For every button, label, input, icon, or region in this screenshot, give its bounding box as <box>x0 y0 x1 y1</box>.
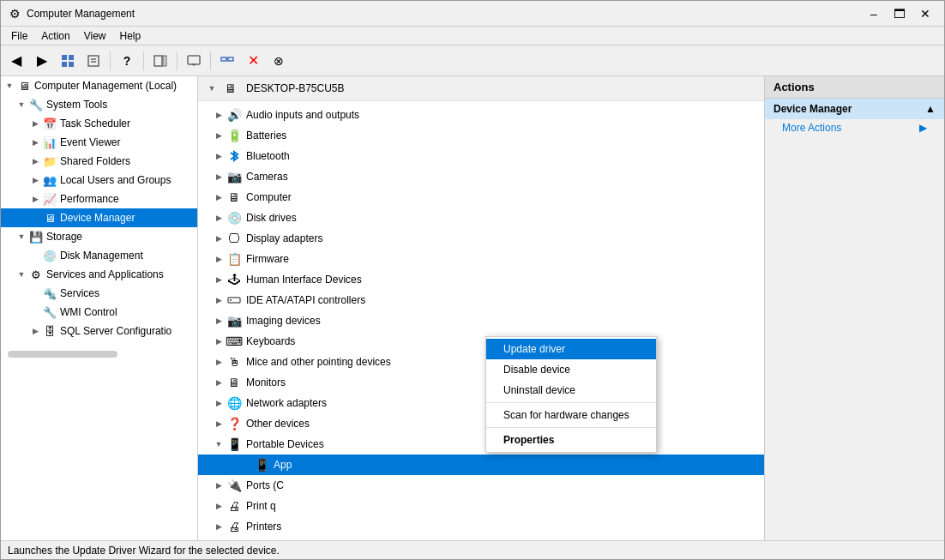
device-manager-label: Device Manager <box>60 212 135 224</box>
status-bar: Launches the Update Driver Wizard for th… <box>1 540 944 559</box>
back-button[interactable]: ◀ <box>4 49 28 73</box>
sql-icon: 🗄 <box>42 323 57 339</box>
device-processors[interactable]: ▶ 🔲 Proces <box>198 537 764 540</box>
action-group-arrow: ▲ <box>925 103 936 115</box>
services-label: Services <box>60 287 99 299</box>
device-mice[interactable]: ▶ 🖱 Mice and other pointing devices <box>198 352 764 372</box>
tree-system-tools[interactable]: ▼ 🔧 System Tools <box>1 95 197 114</box>
device-monitors[interactable]: ▶ 🖥 Monitors <box>198 372 764 393</box>
toolbar-sep-2 <box>143 51 144 70</box>
tree-services[interactable]: 🔩 Services <box>1 284 197 303</box>
sql-expander: ▶ <box>28 324 42 338</box>
local-users-label: Local Users and Groups <box>60 174 171 186</box>
ctx-update-driver[interactable]: Update driver <box>486 339 656 359</box>
middle-panel: ▼ 🖥 DESKTOP-B75CU5B ▶ 🔊 Audio inputs and… <box>198 76 764 540</box>
properties-button[interactable] <box>81 49 105 73</box>
tree-disk-management[interactable]: 💿 Disk Management <box>1 246 197 265</box>
event-viewer-icon: 📊 <box>42 135 57 150</box>
tree-task-scheduler[interactable]: ▶ 📅 Task Scheduler <box>1 114 197 133</box>
performance-label: Performance <box>60 193 119 205</box>
device-audio[interactable]: ▶ 🔊 Audio inputs and outputs <box>198 105 764 125</box>
action-group-device-manager[interactable]: Device Manager ▲ <box>765 99 944 119</box>
middle-header: ▼ 🖥 DESKTOP-B75CU5B <box>198 76 764 101</box>
device-app[interactable]: 📱 App <box>198 455 764 475</box>
root-expander: ▼ <box>3 79 16 93</box>
device-disk[interactable]: ▶ 💿 Disk drives <box>198 208 764 228</box>
menu-file[interactable]: File <box>4 27 34 45</box>
header-expander: ▼ <box>205 81 219 95</box>
device-firmware[interactable]: ▶ 📋 Firmware <box>198 249 764 269</box>
up-button[interactable] <box>56 49 80 73</box>
tree-wmi[interactable]: 🔧 WMI Control <box>1 303 197 322</box>
menu-view[interactable]: View <box>77 27 113 45</box>
toolbar-sep-4 <box>210 51 211 70</box>
ctx-scan-hardware[interactable]: Scan for hardware changes <box>486 405 656 425</box>
tree-root[interactable]: ▼ 🖥 Computer Management (Local) <box>1 76 197 95</box>
menu-action[interactable]: Action <box>34 27 76 45</box>
tree-device-manager[interactable]: 🖥 Device Manager <box>1 208 197 227</box>
tree-event-viewer[interactable]: ▶ 📊 Event Viewer <box>1 133 197 152</box>
event-viewer-label: Event Viewer <box>60 136 120 148</box>
close-button[interactable]: ✕ <box>913 4 937 23</box>
device-list: ▶ 🔊 Audio inputs and outputs ▶ 🔋 Batteri… <box>198 101 764 540</box>
cancel-button[interactable]: ⊗ <box>267 49 291 73</box>
services-icon: 🔩 <box>42 286 57 301</box>
device-ide[interactable]: ▶ IDE ATA/ATAPI controllers <box>198 290 764 310</box>
device-computer[interactable]: ▶ 🖥 Computer <box>198 187 764 208</box>
tree-local-users[interactable]: ▶ 👥 Local Users and Groups <box>1 171 197 190</box>
wmi-label: WMI Control <box>60 306 117 318</box>
device-manager-expander <box>28 211 42 225</box>
system-tools-label: System Tools <box>46 99 107 111</box>
device-hid[interactable]: ▶ 🕹 Human Interface Devices <box>198 269 764 290</box>
services-expander <box>28 286 42 300</box>
device-portable[interactable]: ▼ 📱 Portable Devices <box>198 434 764 455</box>
status-text: Launches the Update Driver Wizard for th… <box>8 545 280 557</box>
tree-shared-folders[interactable]: ▶ 📁 Shared Folders <box>1 152 197 171</box>
help-toolbar-button[interactable]: ? <box>115 49 139 73</box>
device-display[interactable]: ▶ 🖵 Display adapters <box>198 228 764 249</box>
device-network[interactable]: ▶ 🌐 Network adapters <box>198 393 764 413</box>
device-cameras[interactable]: ▶ 📷 Cameras <box>198 166 764 187</box>
shared-folders-label: Shared Folders <box>60 155 130 167</box>
tree-services-apps[interactable]: ▼ ⚙ Services and Applications <box>1 265 197 284</box>
network-button[interactable] <box>215 49 239 73</box>
device-batteries[interactable]: ▶ 🔋 Batteries <box>198 125 764 146</box>
device-imaging[interactable]: ▶ 📷 Imaging devices <box>198 310 764 331</box>
monitor-button[interactable] <box>182 49 206 73</box>
device-other[interactable]: ▶ ❓ Other devices <box>198 413 764 434</box>
device-manager-icon: 🖥 <box>42 210 57 226</box>
disk-mgmt-expander <box>28 249 42 262</box>
minimize-button[interactable]: – <box>862 4 886 23</box>
device-printq[interactable]: ▶ 🖨 Print q <box>198 496 764 516</box>
forward-button[interactable]: ▶ <box>30 49 54 73</box>
device-ports[interactable]: ▶ 🔌 Ports (C <box>198 475 764 496</box>
menu-help[interactable]: Help <box>113 27 148 45</box>
delete-button[interactable]: ✕ <box>241 49 265 73</box>
tree-storage[interactable]: ▼ 💾 Storage <box>1 227 197 246</box>
action-more-actions[interactable]: More Actions ▶ <box>765 119 944 136</box>
more-actions-label: More Actions <box>782 122 841 134</box>
left-panel: ▼ 🖥 Computer Management (Local) ▼ 🔧 Syst… <box>1 76 198 540</box>
action-group-label: Device Manager <box>773 103 852 115</box>
toolbar-sep-1 <box>110 51 111 70</box>
device-keyboards[interactable]: ▶ ⌨ Keyboards <box>198 331 764 352</box>
restore-button[interactable]: 🗖 <box>888 4 912 23</box>
device-printers[interactable]: ▶ 🖨 Printers <box>198 516 764 537</box>
storage-icon: 💾 <box>28 229 44 244</box>
svg-rect-12 <box>221 57 226 61</box>
show-hide-button[interactable] <box>148 49 172 73</box>
ctx-uninstall-device[interactable]: Uninstall device <box>486 380 656 400</box>
ctx-disable-device[interactable]: Disable device <box>486 359 656 380</box>
window-title: Computer Management <box>27 8 862 20</box>
header-label: DESKTOP-B75CU5B <box>246 82 345 94</box>
svg-rect-0 <box>62 55 67 60</box>
toolbar: ◀ ▶ ? ✕ ⊗ <box>1 45 944 76</box>
system-tools-icon: 🔧 <box>28 97 44 112</box>
context-menu: Update driver Disable device Uninstall d… <box>485 336 657 453</box>
ctx-properties[interactable]: Properties <box>486 430 656 450</box>
performance-expander: ▶ <box>28 192 42 206</box>
tree-performance[interactable]: ▶ 📈 Performance <box>1 190 197 208</box>
device-bluetooth[interactable]: ▶ Bluetooth <box>198 146 764 166</box>
tree-sql-server[interactable]: ▶ 🗄 SQL Server Configuratio <box>1 322 197 340</box>
actions-header: Actions <box>765 76 944 99</box>
